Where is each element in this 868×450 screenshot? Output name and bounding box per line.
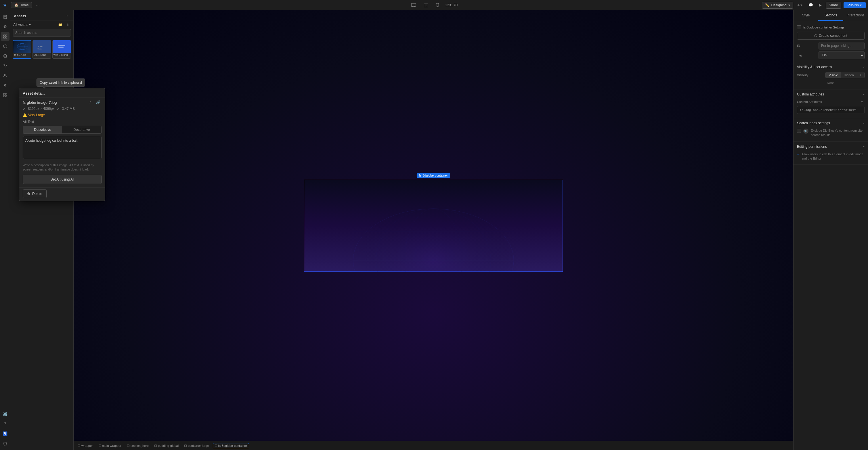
canvas-content[interactable]: fs-3dglobe-container [74,10,793,441]
comment-button[interactable]: 💬 [807,2,815,8]
code-view-button[interactable]: </> [796,2,804,8]
hidden-button[interactable]: Hidden [841,72,857,78]
home-button[interactable]: 🏠 Home [11,2,32,8]
collapse-icon: ▾ [863,122,865,125]
visibility-section-content: Visibility Visible Hidden + None [794,72,868,89]
tab-descriptive[interactable]: Descriptive [23,126,62,133]
breadcrumb-dot [184,445,187,447]
add-vis-button[interactable]: + [857,72,864,78]
tag-select[interactable]: Div Section Header Footer Nav Main Artic… [818,51,865,59]
editing-permissions-title: Editing permissions [797,144,827,149]
component-settings-checkbox[interactable] [797,25,801,29]
sidebar-icon-assets[interactable] [1,32,9,41]
alt-text-label: Alt Text [23,120,101,124]
svg-rect-22 [5,93,7,95]
sidebar-icon-help[interactable]: ? [1,420,9,428]
tablet-view-button[interactable] [422,2,430,8]
sidebar-icon-apps[interactable] [1,91,9,99]
create-component-button[interactable]: ⬡ Create component [797,32,865,40]
sidebar-icon-pages[interactable] [1,13,9,21]
asset-thumb-3[interactable]: web-...p.png [52,40,71,59]
breadcrumb-main-wrapper[interactable]: main-wrapper [97,443,123,448]
warning-text: Very Large [28,113,45,117]
set-alt-ai-button[interactable]: Set Alt using AI [23,175,101,184]
id-input[interactable] [818,42,865,50]
breadcrumb-wrapper[interactable]: wrapper [76,443,95,448]
topbar-left: 🏠 Home ⋯ [2,2,41,8]
search-index-row: 🔍 Exclude Div Block's content from site … [797,128,865,138]
filesize-icon: ↗ [57,107,60,111]
breadcrumb-dot [215,445,217,447]
filename-text: fs-globe-image-7.jpg [23,100,57,105]
add-attribute-button[interactable]: + [860,99,865,104]
perm-text: Allow users to edit this element in edit… [802,152,865,161]
share-button[interactable]: Share [826,2,841,9]
sidebar-icon-ecommerce[interactable] [1,62,9,70]
breadcrumb-dot [154,445,157,447]
tab-style[interactable]: Style [794,10,818,21]
mobile-view-button[interactable] [434,2,441,8]
breadcrumb-container-large[interactable]: container-large [182,443,211,448]
sidebar-icon-interactions[interactable] [1,81,9,90]
asset-thumb-2[interactable]: StyleGuide Star...r.png [32,40,51,59]
sidebar-icon-components[interactable] [1,42,9,51]
publish-button[interactable]: Publish ▾ [843,2,866,8]
custom-attributes-header[interactable]: Custom attributes ▾ [794,89,868,99]
svg-text:Style: Style [37,45,42,48]
search-index-checkbox[interactable] [797,129,801,133]
topbar-right: ✏️ Designing ▾ </> 💬 ▶ Share Publish ▾ [762,2,866,9]
asset-label-2: Star...r.png [33,53,51,57]
assets-filter-row: All Assets ▾ 📁 ⬆ [10,21,73,29]
asset-thumb-1[interactable]: fs-g...7.jpg [13,40,31,59]
tab-settings[interactable]: Settings [818,10,843,21]
assets-panel: Assets → All Assets ▾ 📁 ⬆ fs-g...7.jpg [10,10,74,450]
alt-text-input[interactable]: A cute hedgehog curled into a ball. [23,136,101,159]
designing-mode-button[interactable]: ✏️ Designing ▾ [762,2,793,9]
none-label: None [797,80,865,86]
svg-point-17 [4,55,7,56]
sidebar-icon-variables[interactable]: {f} [1,439,9,448]
visibility-section-header[interactable]: Visibility & user access ▾ [794,62,868,72]
assets-title: Assets [14,14,26,18]
main-layout: ⚙️ ? ♿ {f} Assets → All Assets ▾ 📁 ⬆ [0,10,868,450]
breadcrumb-fs-3dglobe[interactable]: fs-3dglobe-container [213,443,249,448]
sidebar-icon-accessibility[interactable]: ♿ [1,429,9,438]
tab-interactions[interactable]: Interactions [843,10,868,21]
custom-attributes-title: Custom attributes [797,92,824,96]
search-index-text: Exclude Div Block's content from site se… [811,129,865,137]
component-settings-row: fs-3dglobe-container Settings [797,23,865,30]
search-input[interactable] [13,29,71,36]
all-assets-dropdown[interactable]: All Assets ▾ [13,23,31,27]
left-sidebar: ⚙️ ? ♿ {f} [0,10,10,450]
open-external-button[interactable]: ↗ [87,100,93,105]
desktop-view-button[interactable] [409,2,417,8]
tab-decorative[interactable]: Decorative [62,126,101,133]
upload-button[interactable]: ⬆ [65,22,70,27]
breadcrumb-section-hero[interactable]: section_hero [125,443,151,448]
delete-button[interactable]: 🗑 Delete [23,190,46,198]
collapse-icon: ▾ [863,66,865,69]
sidebar-icon-layers[interactable] [1,23,9,31]
custom-attr-label-row: Custom Attributes + [797,99,865,104]
assets-header: Assets → [10,10,73,21]
search-index-header[interactable]: Search index settings ▾ [794,118,868,128]
svg-rect-23 [3,95,5,97]
custom-attr-label: Custom Attributes [797,100,822,103]
canvas-area: fs-3dglobe-container [74,10,793,450]
editing-permissions-header[interactable]: Editing permissions ▾ [794,142,868,152]
editing-permissions-content: ✓ Allow users to edit this element in ed… [794,152,868,164]
expand-panel-button[interactable]: → [64,13,70,19]
breadcrumb-padding-global[interactable]: padding-global [152,443,181,448]
svg-point-34 [347,203,520,271]
preview-button[interactable]: ▶ [817,2,824,8]
sidebar-icon-cms[interactable] [1,52,9,60]
sidebar-icon-users[interactable] [1,71,9,80]
visible-button[interactable]: Visible [826,72,841,78]
sidebar-icon-settings[interactable]: ⚙️ [1,410,9,418]
svg-point-19 [6,67,6,68]
assets-header-icons: → [64,13,70,19]
check-icon: ✓ [797,152,800,156]
folder-button[interactable]: 📁 [57,22,64,27]
more-options-button[interactable]: ⋯ [34,2,41,8]
copy-link-button[interactable]: 🔗 [95,100,101,105]
